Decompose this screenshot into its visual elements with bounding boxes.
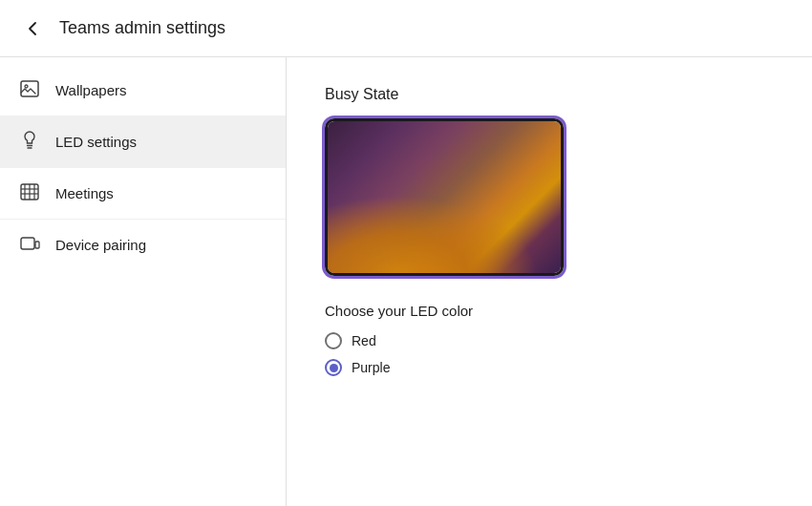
sidebar-item-label-led: LED settings [55,134,137,150]
radio-option-purple[interactable]: Purple [325,359,774,376]
radio-red[interactable] [325,332,342,349]
svg-rect-9 [35,242,39,248]
sidebar-item-label-wallpapers: Wallpapers [55,82,126,98]
color-options: Red Purple [325,332,774,376]
radio-label-purple: Purple [352,360,390,375]
main-layout: Wallpapers LED settings [0,57,812,506]
radio-purple-inner [330,364,338,372]
header: Teams admin settings [0,0,812,57]
svg-rect-0 [21,81,38,96]
page-title: Teams admin settings [59,18,225,38]
led-color-title: Choose your LED color [325,303,774,319]
back-button[interactable] [19,15,46,42]
sidebar: Wallpapers LED settings [0,57,287,506]
radio-option-red[interactable]: Red [325,332,774,349]
device-pairing-icon [19,233,40,257]
sidebar-item-label-device-pairing: Device pairing [55,237,146,253]
busy-state-title: Busy State [325,86,774,103]
radio-purple[interactable] [325,359,342,376]
sidebar-item-wallpapers[interactable]: Wallpapers [0,65,286,116]
tablet-screen [328,121,561,273]
sidebar-item-device-pairing[interactable]: Device pairing [0,220,286,270]
wallpaper-icon [19,78,40,102]
main-content: Busy State Choose your LED color Red Pur… [287,57,812,506]
svg-point-1 [25,85,28,88]
tablet-preview [325,118,564,276]
sidebar-item-label-meetings: Meetings [55,185,114,201]
radio-label-red: Red [352,333,376,348]
led-icon [19,130,40,154]
sidebar-item-meetings[interactable]: Meetings [0,168,286,220]
meetings-icon [19,181,40,205]
svg-rect-8 [21,238,34,249]
sidebar-item-led-settings[interactable]: LED settings [0,116,286,168]
